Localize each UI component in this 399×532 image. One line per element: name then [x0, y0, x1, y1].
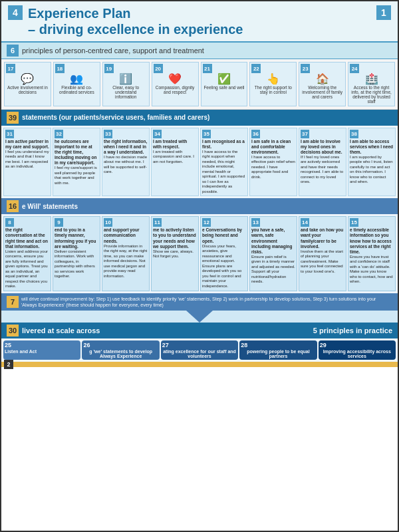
will-grid: 8 the right conversation at the right ti…: [1, 214, 398, 293]
will-15: 15 e timely accessible information so yo…: [348, 216, 396, 291]
will-9: 9 end to you in a timely manner, informi…: [53, 216, 100, 291]
principle-20: 20 ❤️ Compassion, dignity and respect: [152, 62, 199, 106]
principle-24: 24 🏥 Access to the right info, at the ri…: [348, 62, 395, 106]
delivered-25: 25 Listen and Act: [3, 340, 80, 360]
support-icon: 👆: [267, 74, 280, 84]
improvement-number: 7: [7, 296, 19, 308]
statement-34: 34 I am treated with with respect. I am …: [151, 128, 199, 197]
family-icon: 🏠: [316, 74, 329, 84]
will-header: 16 e Will' statements: [1, 198, 398, 214]
principles-header: 6 principles of person-centred care, sup…: [1, 43, 398, 59]
safe-icon: ✅: [217, 74, 231, 84]
statements-number: 39: [7, 112, 19, 124]
principle-23: 23 🏠 Welcoming the involvement of family…: [299, 62, 346, 106]
principle-19: 19 ℹ️ Clear, easy to understand informat…: [102, 62, 150, 106]
will-14: 14 and take on how you want your family/…: [299, 216, 346, 291]
delivered-title-left: livered at scale across: [22, 327, 100, 334]
info-icon: ℹ️: [119, 74, 132, 84]
corner-number-top-left: 4: [8, 5, 23, 20]
improvement-band: 7 will drive continual improvement by: S…: [1, 293, 398, 311]
compassion-icon: ❤️: [168, 74, 182, 84]
statement-38: 38 I am able to access services when I n…: [348, 128, 396, 197]
principle-18: 18 👥 Flexible and co-ordinated services: [53, 62, 100, 106]
delivered-row: 25 Listen and Act 26 g 'we' statements t…: [1, 338, 398, 362]
statement-31: 31 I am active partner in my care and su…: [3, 128, 51, 197]
access-icon: 🏥: [365, 74, 378, 84]
delivered-header: 30 livered at scale across 5 principles …: [1, 323, 398, 338]
corner-number-top-right: 1: [376, 5, 391, 20]
delivered-number: 30: [7, 325, 19, 336]
down-arrow-icon: [186, 311, 213, 323]
statements-grid: 31 I am active partner in my care and su…: [1, 126, 398, 199]
will-title: e Will' statements: [22, 203, 78, 210]
delivered-27: 27 ating excellence for our staff and vo…: [161, 340, 238, 360]
arrow-spacer: [1, 311, 398, 323]
footer-number: 2: [4, 360, 13, 369]
principles-title: principles of person-centred care, suppo…: [22, 47, 204, 55]
will-8: 8 the right conversation at the right ti…: [3, 216, 51, 291]
principles-row: 17 💬 Active involvement in decisions 18 …: [1, 59, 398, 110]
header: 4 Experience Plan – driving excellence i…: [1, 1, 398, 43]
delivered-29: 29 Improving accessibility across servic…: [319, 340, 396, 360]
principles-number: 6: [7, 45, 19, 57]
will-10: 10 and support your communication needs.…: [102, 216, 150, 291]
statement-33: 33 the right information, when I need it…: [102, 128, 150, 197]
flexible-icon: 👥: [70, 74, 83, 84]
page-title: Experience Plan – driving excellence in …: [28, 5, 243, 37]
statement-32: 32 he outcomes are important to me at th…: [53, 128, 100, 197]
statement-35: 35 I am recognised as a first. I have ac…: [200, 128, 248, 197]
delivered-title-right: 5 principles in practice: [313, 327, 392, 334]
delivered-26: 26 g 'we' statements to develop Always E…: [82, 340, 159, 360]
delivered-28: 28 powering people to be equal partners: [239, 340, 317, 360]
statements-title: statements (our patients/service users, …: [22, 114, 209, 121]
active-involvement-icon: 💬: [21, 74, 34, 84]
principle-22: 22 👆 The right support to stay in contro…: [249, 62, 297, 106]
statements-header: 39 statements (our patients/service user…: [1, 110, 398, 126]
page: 4 Experience Plan – driving excellence i…: [0, 0, 399, 532]
will-13: 13 you have a safe, warm, safe environme…: [249, 216, 297, 291]
statement-36: 36 I am safe in a clean and comfortable …: [249, 128, 297, 197]
will-11: 11 me to actively listen to you to under…: [151, 216, 199, 291]
will-number: 16: [7, 200, 19, 212]
improvement-text: will drive continual improvement by: Ste…: [21, 296, 392, 308]
footer-bar: 2: [1, 362, 398, 367]
principle-17: 17 💬 Active involvement in decisions: [4, 62, 51, 106]
principle-21: 21 ✅ Feeling safe and well: [201, 62, 248, 106]
will-12: 12 e Conversations by being honest and o…: [200, 216, 248, 291]
statement-37: 37 I am able to involve my loved ones in…: [299, 128, 346, 197]
